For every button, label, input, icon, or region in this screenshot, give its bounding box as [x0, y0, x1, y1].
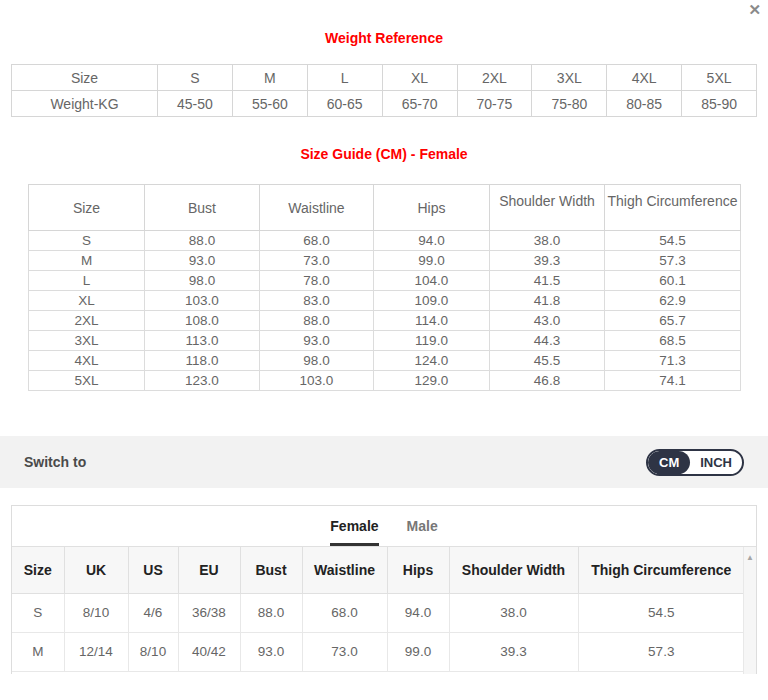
size-guide-row: XL103.083.0109.041.862.9 — [29, 291, 741, 311]
column-header: Size — [29, 185, 145, 231]
column-header: Shoulder Width — [490, 185, 605, 231]
table-cell: 3XL — [532, 65, 607, 91]
size-guide-row: S88.068.094.038.054.5 — [29, 231, 741, 251]
table-cell: 88.0 — [260, 311, 374, 331]
weight-reference-table: SizeSMLXL2XL3XL4XL5XLWeight-KG45-5055-60… — [11, 64, 757, 117]
table-cell: 93.0 — [145, 251, 260, 271]
column-header: UK — [64, 547, 128, 593]
table-cell: 94.0 — [387, 593, 449, 632]
table-cell: 39.3 — [449, 632, 578, 671]
table-cell: 60-65 — [307, 91, 382, 117]
table-cell: 104.0 — [374, 271, 490, 291]
table-cell: 38.0 — [449, 593, 578, 632]
close-icon[interactable]: ✕ — [748, 1, 761, 19]
column-header: Waistline — [302, 547, 387, 593]
table-cell: 99.0 — [374, 251, 490, 271]
table-cell: 60.1 — [605, 271, 741, 291]
size-guide-title: Size Guide (CM) - Female — [0, 147, 768, 162]
table-cell: 45-50 — [158, 91, 233, 117]
size-guide-row: L98.078.0104.041.560.1 — [29, 271, 741, 291]
unit-switch-bar: Switch to CM INCH — [0, 436, 768, 488]
size-guide-row: 5XL123.0103.0129.046.874.1 — [29, 371, 741, 391]
table-cell: L — [307, 65, 382, 91]
size-guide-row: 4XL118.098.0124.045.571.3 — [29, 351, 741, 371]
table-cell: Size — [12, 65, 158, 91]
detail-table-row: S8/104/636/3888.068.094.038.054.5 — [12, 593, 744, 632]
table-cell: 113.0 — [145, 331, 260, 351]
column-header: Shoulder Width — [449, 547, 578, 593]
table-cell: 3XL — [29, 331, 145, 351]
table-cell: 85-90 — [682, 91, 757, 117]
table-cell: 12/14 — [64, 632, 128, 671]
table-cell: 68.5 — [605, 331, 741, 351]
weight-table-row: SizeSMLXL2XL3XL4XL5XL — [12, 65, 757, 91]
table-cell: 65.7 — [605, 311, 741, 331]
table-cell: 70-75 — [457, 91, 532, 117]
unit-toggle[interactable]: CM INCH — [646, 449, 744, 476]
tab-male[interactable]: Male — [407, 518, 438, 543]
table-cell: 8/10 — [64, 593, 128, 632]
table-cell: S — [29, 231, 145, 251]
table-cell: 54.5 — [605, 231, 741, 251]
tab-female[interactable]: Female — [330, 518, 378, 546]
weight-reference-title: Weight Reference — [0, 31, 768, 46]
size-guide-row: 3XL113.093.0119.044.368.5 — [29, 331, 741, 351]
table-cell: 78.0 — [260, 271, 374, 291]
table-cell: S — [158, 65, 233, 91]
size-guide-row: 2XL108.088.0114.043.065.7 — [29, 311, 741, 331]
toggle-option-cm[interactable]: CM — [648, 451, 690, 474]
table-cell: 5XL — [29, 371, 145, 391]
table-cell: 62.9 — [605, 291, 741, 311]
table-cell: 4/6 — [128, 593, 178, 632]
table-cell: 73.0 — [302, 632, 387, 671]
table-cell: 124.0 — [374, 351, 490, 371]
table-cell: 68.0 — [302, 593, 387, 632]
table-cell: 73.0 — [260, 251, 374, 271]
column-header: EU — [178, 547, 240, 593]
table-cell: 44.3 — [490, 331, 605, 351]
table-cell: 5XL — [682, 65, 757, 91]
table-cell: 118.0 — [145, 351, 260, 371]
switch-to-label: Switch to — [24, 454, 86, 470]
table-cell: 74.1 — [605, 371, 741, 391]
table-cell: 98.0 — [260, 351, 374, 371]
table-cell: 38.0 — [490, 231, 605, 251]
table-cell: 54.5 — [578, 593, 744, 632]
table-cell: 83.0 — [260, 291, 374, 311]
column-header: Thigh Circumference — [605, 185, 741, 231]
table-cell: 8/10 — [128, 632, 178, 671]
table-cell: 55-60 — [232, 91, 307, 117]
table-cell: 129.0 — [374, 371, 490, 391]
table-cell: 41.5 — [490, 271, 605, 291]
table-cell: 93.0 — [240, 632, 302, 671]
column-header: US — [128, 547, 178, 593]
table-cell: 80-85 — [607, 91, 682, 117]
table-cell: 45.5 — [490, 351, 605, 371]
detail-table-row: M12/148/1040/4293.073.099.039.357.3 — [12, 632, 744, 671]
size-guide-row: M93.073.099.039.357.3 — [29, 251, 741, 271]
table-cell: 65-70 — [382, 91, 457, 117]
table-cell: S — [12, 593, 64, 632]
table-cell: M — [29, 251, 145, 271]
table-cell: 103.0 — [145, 291, 260, 311]
scroll-up-arrow-icon[interactable]: ▲ — [744, 554, 756, 562]
table-cell: 123.0 — [145, 371, 260, 391]
size-guide-cm-table: SizeBustWaistlineHipsShoulder WidthThigh… — [28, 184, 741, 391]
scrollbar[interactable]: ▲ — [743, 547, 756, 674]
table-cell: 98.0 — [145, 271, 260, 291]
table-cell: 2XL — [457, 65, 532, 91]
column-header: Size — [12, 547, 64, 593]
table-cell: 4XL — [607, 65, 682, 91]
table-cell: 99.0 — [387, 632, 449, 671]
toggle-option-inch[interactable]: INCH — [690, 451, 742, 474]
table-cell: 75-80 — [532, 91, 607, 117]
table-cell: 46.8 — [490, 371, 605, 391]
detail-table-scroll-area: SizeUKUSEUBustWaistlineHipsShoulder Widt… — [12, 546, 756, 674]
table-cell: 88.0 — [145, 231, 260, 251]
column-header: Waistline — [260, 185, 374, 231]
table-cell: 114.0 — [374, 311, 490, 331]
table-cell: Weight-KG — [12, 91, 158, 117]
table-cell: 43.0 — [490, 311, 605, 331]
weight-table-row: Weight-KG45-5055-6060-6565-7070-7575-808… — [12, 91, 757, 117]
table-cell: 94.0 — [374, 231, 490, 251]
